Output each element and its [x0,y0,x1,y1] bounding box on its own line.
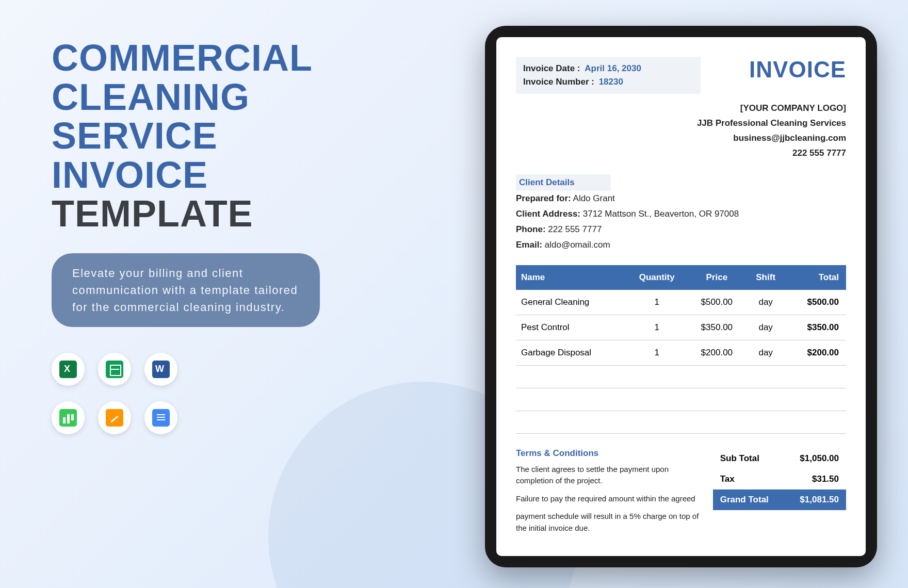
table-row: Garbage Disposal 1 $200.00 day $200.00 [516,340,846,365]
tax-label: Tax [720,474,735,484]
template-title: COMMERCIAL CLEANING SERVICE INVOICE TEMP… [52,39,433,234]
subtotal-label: Sub Total [720,453,759,464]
terms-para-1: The client agrees to settle the payment … [516,464,703,487]
company-email: business@jjbcleaning.com [516,131,846,146]
client-email-label: Email: [516,240,542,250]
title-word-5: TEMPLATE [52,194,433,234]
title-word-1: COMMERCIAL [52,37,313,78]
prepared-for-label: Prepared for: [516,193,571,203]
cell-shift: day [745,290,786,315]
cell-qty: 1 [626,290,688,315]
col-price: Price [688,265,745,290]
client-phone-label: Phone: [516,224,546,234]
col-shift: Shift [745,265,786,290]
pages-icon[interactable] [98,401,131,434]
client-email-value: aldo@omail.com [545,240,610,250]
cell-price: $350.00 [688,315,745,340]
title-word-3: SERVICE [52,115,218,156]
cell-shift: day [745,315,786,340]
title-word-2: CLEANING [52,76,250,118]
grand-total-label: Grand Total [720,495,769,505]
cell-name: General Cleaning [516,290,626,315]
tax-value: $31.50 [812,474,839,484]
invoice-date-value: April 16, 2030 [585,63,641,73]
tablet-device-frame: Invoice Date : April 16, 2030 Invoice Nu… [485,26,877,567]
col-quantity: Quantity [626,265,688,290]
word-icon[interactable] [144,353,177,386]
google-sheets-icon[interactable] [98,353,131,386]
company-logo-placeholder: [YOUR COMPANY LOGO] [516,101,846,116]
table-row: Pest Control 1 $350.00 day $350.00 [516,315,846,340]
company-info: [YOUR COMPANY LOGO] JJB Professional Cle… [516,101,846,161]
cell-price: $200.00 [688,340,745,365]
cell-total: $500.00 [786,290,846,315]
cell-total: $200.00 [786,340,846,365]
subtotal-value: $1,050.00 [800,453,839,464]
line-items-table: Name Quantity Price Shift Total General … [516,265,846,434]
terms-heading: Terms & Conditions [516,448,703,459]
invoice-number-label: Invoice Number : [523,77,594,87]
company-name: JJB Professional Cleaning Services [516,116,846,131]
cell-shift: day [745,340,786,365]
table-empty-row [516,411,846,433]
invoice-title: INVOICE [749,57,846,83]
google-docs-icon[interactable] [144,401,177,434]
invoice-date-label: Invoice Date : [523,63,580,73]
cell-qty: 1 [626,315,688,340]
excel-icon[interactable] [52,353,85,386]
numbers-icon[interactable] [52,401,85,434]
cell-price: $500.00 [688,290,745,315]
invoice-document: Invoice Date : April 16, 2030 Invoice Nu… [496,37,866,556]
company-phone: 222 555 7777 [516,146,846,161]
cell-name: Pest Control [516,315,626,340]
terms-para-3: payment schedule will result in a 5% cha… [516,511,703,534]
invoice-meta-box: Invoice Date : April 16, 2030 Invoice Nu… [516,57,701,94]
grand-total-value: $1,081.50 [800,495,839,505]
cell-name: Garbage Disposal [516,340,626,365]
title-word-4: INVOICE [52,154,208,195]
terms-para-2: Failure to pay the required amount withi… [516,493,703,505]
client-address-label: Client Address: [516,209,580,219]
terms-section: Terms & Conditions The client agrees to … [516,448,703,541]
invoice-number-value: 18230 [599,77,623,87]
client-phone-value: 222 555 7777 [548,224,602,234]
col-name: Name [516,265,626,290]
table-row: General Cleaning 1 $500.00 day $500.00 [516,290,846,315]
client-details-heading: Client Details [516,174,611,191]
col-total: Total [786,265,846,290]
totals-section: Sub Total $1,050.00 Tax $31.50 Grand Tot… [713,448,846,541]
tagline: Elevate your billing and client communic… [52,253,320,327]
table-empty-row [516,365,846,388]
cell-total: $350.00 [786,315,846,340]
table-empty-row [516,388,846,411]
prepared-for-value: Aldo Grant [573,193,615,203]
client-address-value: 3712 Mattson St., Beaverton, OR 97008 [583,209,739,219]
cell-qty: 1 [626,340,688,365]
